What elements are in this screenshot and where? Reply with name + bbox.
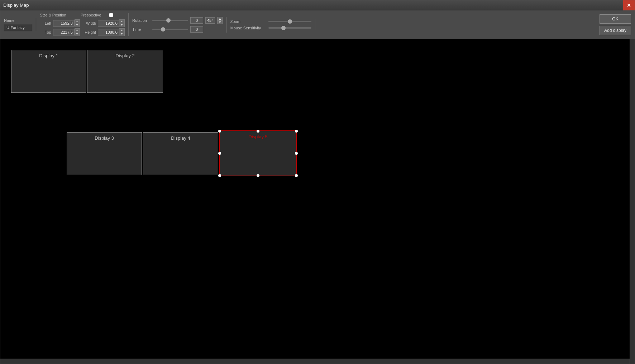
degree-spinbox: ▲ ▼ [217,17,223,24]
top-spin-buttons: ▲ ▼ [75,28,80,36]
size-pos-rows: Left ▲ ▼ Width ▲ ▼ [40,19,125,36]
zoom-section: Zoom Mouse Sensitivity [230,19,315,30]
height-down-btn[interactable]: ▼ [119,32,124,36]
time-value[interactable] [190,26,203,33]
display1-label: Display 1 [39,53,58,58]
main-window: Display Map ✕ Name U-Fantazy Size & Posi… [0,0,635,364]
height-spinbox[interactable]: ▲ ▼ [98,28,125,36]
zoom-label: Zoom [230,19,266,24]
width-label: Width [85,21,96,25]
rotation-degree-section: 45° [205,17,215,24]
left-spinbox[interactable]: ▲ ▼ [53,19,80,27]
display5-label: Display 5 [248,134,267,139]
top-up-btn[interactable]: ▲ [75,29,80,32]
time-slider[interactable] [152,29,188,30]
width-up-btn[interactable]: ▲ [119,20,124,23]
height-spin-buttons: ▲ ▼ [119,28,125,36]
height-input[interactable] [98,29,119,35]
perspective-checkbox[interactable] [109,13,113,17]
display1[interactable]: Display 1 [11,50,86,93]
zoom-row: Zoom [230,19,311,24]
handle-ml[interactable] [218,152,221,155]
degree-up-btn[interactable]: ▲ [217,17,223,20]
display3-label: Display 3 [95,135,114,141]
title-bar: Display Map ✕ [0,0,635,10]
display4-label: Display 4 [171,135,190,141]
height-label: Height [85,30,96,34]
time-row: Time [132,26,223,33]
close-button[interactable]: ✕ [623,0,635,10]
width-spin-buttons: ▲ ▼ [119,19,125,27]
display5[interactable]: Display 5 [219,130,297,176]
mouse-sensitivity-slider[interactable] [268,27,311,29]
name-value[interactable]: U-Fantazy [4,24,32,31]
rotation-slider[interactable] [152,20,188,21]
zoom-slider[interactable] [268,21,311,22]
display3[interactable]: Display 3 [67,132,142,175]
width-spinbox[interactable]: ▲ ▼ [98,19,125,27]
left-spin-buttons: ▲ ▼ [75,19,80,27]
left-down-btn[interactable]: ▼ [75,23,80,27]
width-down-btn[interactable]: ▼ [119,23,124,27]
rotation-thumb[interactable] [166,18,171,23]
name-label: Name [4,18,32,23]
rotation-label: Rotation [132,18,150,23]
left-row: Left ▲ ▼ Width ▲ ▼ [40,19,125,27]
size-position-section: Size & Position Prespective Left ▲ ▼ Wid… [40,13,129,36]
handle-tc[interactable] [257,130,259,133]
time-thumb[interactable] [161,27,165,32]
top-input[interactable] [53,29,75,35]
handle-bl[interactable] [218,174,221,177]
scrollbar-bottom[interactable] [0,359,630,364]
height-up-btn[interactable]: ▲ [119,29,124,32]
perspective-label: Prespective [81,13,101,17]
size-pos-header: Size & Position Prespective [40,13,125,17]
scrollbar-right[interactable] [630,39,635,364]
mouse-sensitivity-thumb[interactable] [281,26,286,30]
handle-br[interactable] [295,174,298,177]
handle-bc[interactable] [257,174,259,177]
handle-tl[interactable] [218,130,221,133]
handle-mr[interactable] [295,152,298,155]
left-label: Left [40,21,51,25]
top-label: Top [40,30,51,34]
window-title: Display Map [3,3,29,8]
toolbar: Name U-Fantazy Size & Position Prespecti… [0,10,635,39]
buttons-section: OK Add display [600,14,631,35]
top-down-btn[interactable]: ▼ [75,32,80,36]
rotation-value[interactable] [190,17,203,24]
left-input[interactable] [53,20,75,27]
mouse-sensitivity-label: Mouse Sensitivity [230,26,266,30]
time-label: Time [132,27,150,32]
left-up-btn[interactable]: ▲ [75,20,80,23]
degree-down-btn[interactable]: ▼ [217,20,223,24]
handle-tr[interactable] [295,130,298,133]
rotation-row: Rotation 45° ▲ ▼ [132,17,223,24]
top-row: Top ▲ ▼ Height ▲ ▼ [40,28,125,36]
add-display-button[interactable]: Add display [600,26,631,35]
rotation-degree: 45° [205,17,215,24]
zoom-thumb[interactable] [288,19,292,24]
ok-button[interactable]: OK [600,14,631,24]
width-input[interactable] [98,20,119,27]
display4[interactable]: Display 4 [143,132,218,175]
size-position-label: Size & Position [40,13,66,17]
mouse-sensitivity-row: Mouse Sensitivity [230,26,311,30]
name-section: Name U-Fantazy [4,18,36,31]
display2[interactable]: Display 2 [87,50,163,93]
canvas-area[interactable]: Display 1Display 2Display 3Display 4Disp… [0,39,635,364]
display2-label: Display 2 [115,53,134,58]
top-spinbox[interactable]: ▲ ▼ [53,28,80,36]
rotation-section: Rotation 45° ▲ ▼ Time [132,17,227,33]
